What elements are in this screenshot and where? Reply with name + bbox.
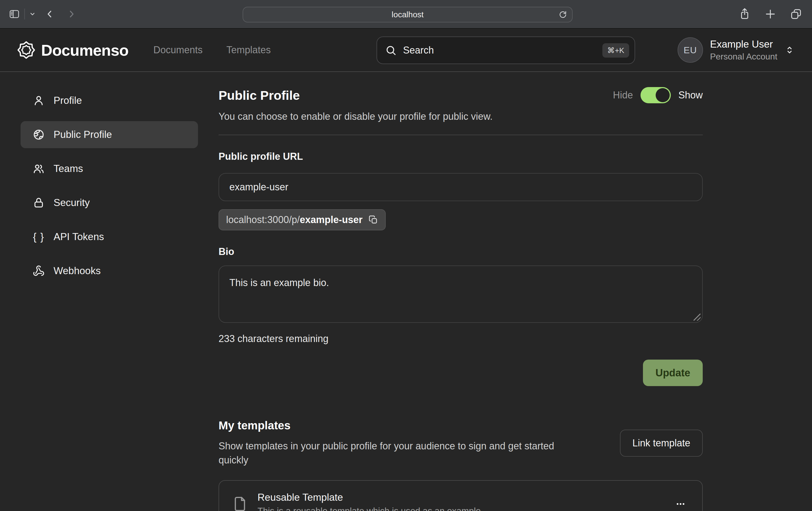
characters-remaining: 233 characters remaining — [219, 333, 703, 344]
app-window: localhost — [0, 0, 812, 511]
toolbar-divider — [24, 9, 25, 20]
page-title: Public Profile — [219, 88, 300, 103]
link-template-button[interactable]: Link template — [620, 430, 703, 457]
address-bar-url: localhost — [392, 10, 424, 19]
copy-icon[interactable] — [369, 215, 378, 225]
template-actions-menu[interactable] — [672, 495, 689, 511]
sidebar-item-label: Public Profile — [54, 129, 112, 140]
forward-button[interactable] — [66, 9, 76, 19]
back-button[interactable] — [45, 9, 55, 19]
braces-icon: { } — [32, 231, 45, 243]
brand-name: Documenso — [41, 41, 128, 59]
new-tab-icon[interactable] — [764, 8, 776, 20]
bio-field-label: Bio — [219, 246, 703, 258]
sidebar-item-label: Security — [54, 197, 90, 208]
sidebar-chevron-down-icon[interactable] — [29, 11, 36, 17]
templates-header-text: My templates Show templates in your publ… — [219, 419, 576, 467]
browser-right-controls — [738, 8, 802, 20]
sidebar-item-profile[interactable]: Profile — [21, 87, 198, 114]
sidebar-item-public-profile[interactable]: Public Profile — [21, 121, 198, 148]
user-account-type: Personal Account — [710, 51, 777, 62]
toggle-knob — [656, 88, 670, 102]
globe-icon — [32, 129, 45, 141]
sidebar-item-webhooks[interactable]: Webhooks — [21, 258, 198, 284]
profile-url-preview[interactable]: localhost:3000/p/example-user — [219, 209, 386, 230]
my-templates-description: Show templates in your public profile fo… — [219, 439, 576, 467]
webhook-icon — [32, 265, 45, 277]
settings-sidebar: Profile Public Profile — [0, 87, 203, 511]
url-field-label: Public profile URL — [219, 151, 703, 162]
public-profile-url-input[interactable] — [219, 173, 703, 201]
template-description: This is a reusable template which is use… — [258, 506, 483, 511]
documenso-logo-icon — [17, 41, 35, 59]
chevrons-up-down-icon — [784, 45, 795, 55]
profile-visibility-toggle[interactable] — [640, 87, 671, 103]
template-name: Reusable Template — [258, 492, 483, 503]
sidebar-item-label: Profile — [54, 95, 82, 106]
public-profile-settings: Public Profile Hide Show You can choose … — [219, 87, 703, 511]
browser-left-controls — [8, 8, 76, 20]
avatar: EU — [677, 37, 703, 63]
account-menu[interactable]: EU Example User Personal Account — [677, 37, 795, 63]
app-header: Documenso Documents Templates Search ⌘+K… — [0, 29, 812, 72]
sidebar-item-label: Teams — [54, 163, 83, 174]
lock-icon — [32, 197, 45, 209]
template-info: Reusable Template This is a reusable tem… — [258, 492, 483, 511]
nav-templates[interactable]: Templates — [226, 44, 271, 56]
textarea-resize-handle[interactable] — [694, 313, 701, 321]
search-placeholder: Search — [403, 44, 434, 56]
nav-documents[interactable]: Documents — [153, 44, 203, 56]
tab-overview-icon[interactable] — [790, 8, 802, 20]
browser-toolbar: localhost — [0, 0, 812, 29]
users-icon — [32, 163, 45, 175]
search-icon — [385, 44, 397, 56]
sidebar-item-label: Webhooks — [54, 265, 100, 277]
toggle-show-label: Show — [678, 90, 703, 101]
user-icon — [32, 95, 45, 107]
template-row: Reusable Template This is a reusable tem… — [219, 480, 703, 511]
file-icon — [232, 496, 248, 511]
address-bar[interactable]: localhost — [243, 7, 573, 23]
sidebar-item-security[interactable]: Security — [21, 189, 198, 216]
toggle-hide-label: Hide — [613, 90, 633, 101]
update-button[interactable]: Update — [643, 360, 703, 386]
settings-layout: Profile Public Profile — [0, 72, 812, 511]
page-description: You can choose to enable or disable your… — [219, 111, 703, 122]
sidebar-item-teams[interactable]: Teams — [21, 155, 198, 182]
search-input[interactable]: Search ⌘+K — [377, 36, 635, 64]
share-icon[interactable] — [738, 8, 751, 20]
reload-icon[interactable] — [558, 10, 567, 19]
profile-url-slug: example-user — [300, 214, 362, 225]
user-name: Example User — [710, 38, 777, 50]
search-shortcut-badge: ⌘+K — [602, 43, 629, 58]
sidebar-item-api-tokens[interactable]: { } API Tokens — [21, 223, 198, 250]
profile-url-text: localhost:3000/p/example-user — [226, 214, 362, 226]
sidebar-item-label: API Tokens — [54, 231, 104, 242]
my-templates-title: My templates — [219, 419, 576, 432]
top-nav: Documents Templates — [153, 44, 271, 56]
profile-url-prefix: localhost:3000/p/ — [226, 214, 300, 225]
visibility-toggle-group: Hide Show — [613, 87, 703, 103]
section-divider — [219, 134, 703, 135]
user-meta: Example User Personal Account — [710, 38, 777, 62]
browser-sidebar-icon[interactable] — [8, 8, 21, 20]
bio-textarea[interactable]: This is an example bio. — [219, 266, 703, 323]
brand[interactable]: Documenso — [17, 41, 128, 59]
